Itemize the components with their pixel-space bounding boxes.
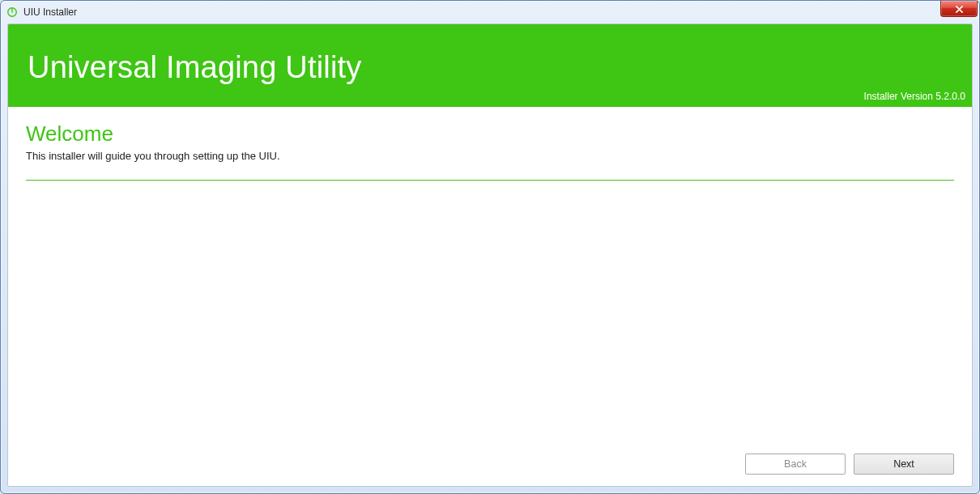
page-description: This installer will guide you through se…: [26, 150, 954, 162]
banner: Universal Imaging Utility Installer Vers…: [8, 24, 972, 107]
installer-window: UIU Installer Universal Imaging Utility …: [0, 0, 980, 494]
next-button[interactable]: Next: [854, 454, 954, 475]
window-title: UIU Installer: [23, 6, 77, 18]
client-area: Universal Imaging Utility Installer Vers…: [7, 23, 973, 487]
product-title: Universal Imaging Utility: [28, 50, 362, 85]
version-label: Installer Version 5.2.0.0: [864, 91, 965, 102]
app-icon: [6, 6, 19, 19]
page-heading: Welcome: [26, 121, 954, 147]
back-button[interactable]: Back: [745, 454, 846, 475]
divider: [26, 180, 954, 181]
close-button[interactable]: [940, 1, 978, 17]
footer-buttons: Back Next: [745, 454, 954, 475]
page-body: Welcome This installer will guide you th…: [8, 107, 972, 486]
close-icon: [955, 2, 964, 16]
titlebar[interactable]: UIU Installer: [1, 1, 979, 23]
